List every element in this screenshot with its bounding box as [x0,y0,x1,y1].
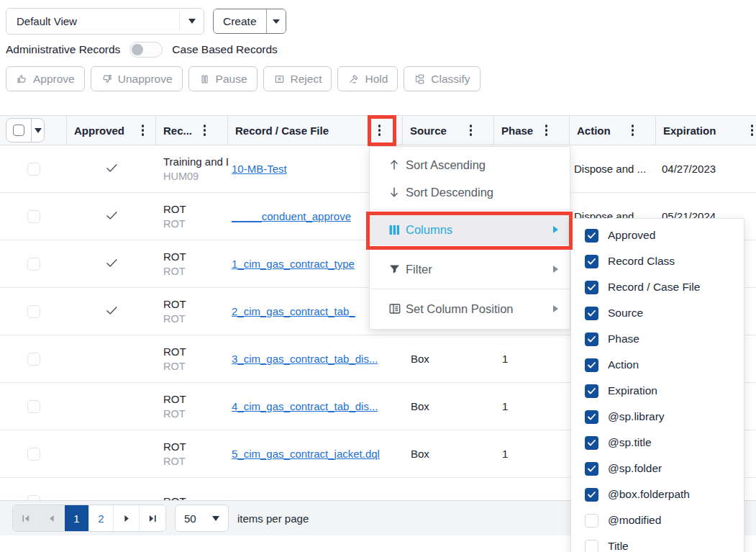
row-checkbox[interactable] [27,495,40,501]
column-menu-popup: Sort AscendingSort DescendingColumnsFilt… [369,146,570,330]
row-checkbox[interactable] [27,400,40,413]
submenu-arrow-icon [553,226,558,233]
column-menu-button[interactable] [630,122,636,139]
checked-checkbox-icon[interactable] [585,410,598,424]
submenu-item-label: @box.folderpath [608,488,690,501]
record-link[interactable]: 1_cim_gas_contract_type [232,258,355,270]
submenu-arrow-icon [553,266,558,273]
menu-item-label: Sort Ascending [406,158,558,172]
record-class-cell: ROTROT [156,240,228,287]
first-page-button[interactable] [13,505,39,531]
create-dropdown-button[interactable] [266,9,286,33]
selection-dropdown-button[interactable] [32,128,44,133]
menu-item-set-column-position[interactable]: Set Column Position [370,293,570,325]
columns-submenu-item-phase[interactable]: Phase [571,326,744,352]
menu-item-filter[interactable]: Filter [370,253,570,285]
row-checkbox[interactable] [27,353,40,366]
menu-item-sort-ascending[interactable]: Sort Ascending [370,151,570,178]
checked-checkbox-icon[interactable] [585,488,598,502]
columns-submenu-item-title[interactable]: Title [571,533,744,552]
classify-icon [414,73,426,85]
previous-page-button[interactable] [39,505,65,531]
columns-submenu-item-record-case-file[interactable]: Record / Case File [571,274,744,300]
record-type-toggle[interactable] [129,42,163,58]
record-class-code: ROT [163,312,186,326]
columns-submenu-item-sp-folder[interactable]: @sp.folder [571,456,744,481]
row-checkbox[interactable] [27,210,40,223]
record-class-code: ROT [163,454,186,469]
record-link[interactable]: 5_cim_gas_contract_jacket.dql [232,448,380,460]
page-size-dropdown[interactable]: 50 [175,505,229,532]
checked-checkbox-icon[interactable] [585,332,598,346]
thumbs-up-icon [16,73,28,85]
checked-checkbox-icon[interactable] [585,255,598,268]
column-header-label: Record / Case File [235,125,329,137]
view-selector[interactable]: Default View [6,8,204,35]
columns-submenu-item-sp-library[interactable]: @sp.library [571,404,744,430]
columns-submenu-item-expiration[interactable]: Expiration [571,378,744,404]
checked-checkbox-icon[interactable] [585,462,598,476]
record-link[interactable]: 3_cim_gas_contract_tab_dis... [232,353,378,365]
columns-submenu-item-sp-title[interactable]: @sp.title [571,430,744,456]
menu-item-label: Filter [406,263,553,276]
button-label: Approve [33,73,75,86]
menu-item-sort-descending[interactable]: Sort Descending [370,178,570,206]
checked-checkbox-icon[interactable] [585,229,598,243]
menu-item-columns[interactable]: Columns [370,214,570,245]
pause-button[interactable]: Pause [188,66,258,91]
column-menu-button[interactable] [140,122,146,139]
unchecked-checkbox-icon[interactable] [585,540,598,552]
checked-checkbox-icon[interactable] [585,436,598,450]
column-menu-button[interactable] [544,122,550,139]
reject-button[interactable]: Reject [263,66,332,91]
column-header-approved: Approved [67,116,156,145]
row-checkbox[interactable] [27,163,40,176]
row-checkbox[interactable] [27,258,40,271]
last-page-button[interactable] [140,505,165,531]
checked-checkbox-icon[interactable] [585,358,598,372]
column-menu-button[interactable] [377,122,383,139]
approved-cell [67,193,156,240]
next-page-button[interactable] [114,505,140,531]
column-menu-button[interactable] [202,122,208,139]
column-menu-button[interactable] [750,122,755,139]
record-link[interactable]: 4_cim_gas_contract_tab_dis... [232,400,378,412]
chevron-down-icon[interactable] [180,19,204,24]
columns-submenu-item-box-folderpath[interactable]: @box.folderpath [571,481,744,507]
columns-submenu-item-action[interactable]: Action [571,352,744,378]
record-link[interactable]: _____conduent_approve [232,210,351,222]
checked-checkbox-icon[interactable] [585,307,598,320]
checked-checkbox-icon[interactable] [585,281,598,294]
create-split-button[interactable]: Create [213,9,286,34]
columns-submenu-item-modified[interactable]: @modified [571,507,744,533]
row-checkbox[interactable] [27,448,40,461]
submenu-item-label: Record / Case File [608,281,700,294]
select-all-control[interactable] [6,118,45,142]
unapprove-button[interactable]: Unapprove [91,66,183,91]
column-menu-button[interactable] [468,122,474,139]
columns-submenu-item-source[interactable]: Source [571,300,744,326]
row-checkbox[interactable] [27,305,40,318]
page-button-1[interactable]: 1 [65,505,89,531]
columns-submenu-item-record-class[interactable]: Record Class [571,248,744,274]
record-class-cell: ROT [156,478,228,500]
select-all-checkbox[interactable] [13,125,24,136]
toggle-knob-icon[interactable] [132,44,143,55]
checked-checkbox-icon[interactable] [585,384,598,398]
page-size-value: 50 [184,512,196,525]
create-button[interactable]: Create [214,9,266,33]
classify-button[interactable]: Classify [404,66,480,91]
column-header-label: Approved [74,125,124,137]
approved-cell [67,383,156,430]
columns-submenu-item-approved[interactable]: Approved [571,222,744,248]
approve-button[interactable]: Approve [6,66,85,91]
grid-header: ApprovedRec...Record / Case FileSourcePh… [0,115,756,145]
record-link[interactable]: 10-MB-Test [232,163,287,175]
record-type-switcher: Administrative Records Case Based Record… [6,40,278,59]
unchecked-checkbox-icon[interactable] [585,514,598,528]
record-link[interactable]: 2_cim_gas_contract_tab_ [232,305,355,317]
hold-button[interactable]: Hold [337,66,398,91]
page-button-2[interactable]: 2 [89,505,114,531]
record-class-cell: ROTROT [156,383,228,430]
source-cell: Box [403,335,494,382]
